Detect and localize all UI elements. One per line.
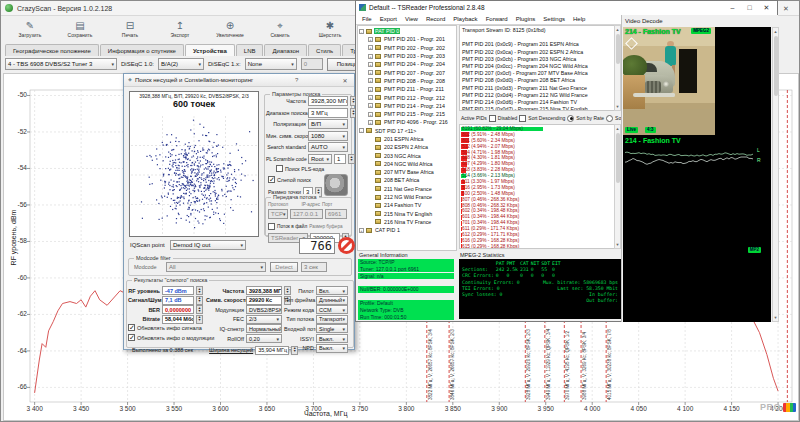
spinner[interactable]: ▲▼ bbox=[196, 315, 203, 324]
tree-item[interactable]: 207 MTV Base Africa bbox=[359, 168, 455, 176]
expand-icon[interactable]: + bbox=[368, 62, 373, 67]
tree-item[interactable]: +CAT PID 1 bbox=[359, 226, 455, 234]
expand-icon[interactable]: + bbox=[368, 70, 373, 75]
result-field[interactable]: DVBS2/8PSK bbox=[246, 305, 282, 314]
sort-by-rate-radio[interactable] bbox=[567, 115, 574, 122]
menu-plugins[interactable]: Plugins bbox=[516, 16, 536, 22]
tree-item[interactable]: 215 Nina TV English bbox=[359, 210, 455, 218]
close-icon[interactable]: ✕ bbox=[758, 1, 775, 14]
pl-select[interactable]: Root bbox=[308, 154, 332, 164]
zoom-button[interactable]: ⊕Увеличение bbox=[207, 17, 253, 42]
result-field[interactable]: Длинный bbox=[316, 296, 348, 305]
result-field[interactable]: 7,1 dB bbox=[162, 296, 194, 305]
program-list-line[interactable]: PMT PID 202 (0x0ca) - Program 202 ESPN 2… bbox=[462, 49, 618, 56]
tree-item[interactable]: 212 NG Wild France bbox=[359, 193, 455, 201]
tsreader-titlebar[interactable]: Default -- TSReader Professional 2.8.48 … bbox=[356, 1, 777, 14]
result-field[interactable]: Single bbox=[316, 324, 348, 333]
tree-item[interactable]: +PMT PID 214 - Progr. 214 bbox=[359, 102, 455, 110]
device-select[interactable]: 4 - TBS 6908 DVBS/S2 Tuner 3 bbox=[5, 58, 117, 70]
menu-forward[interactable]: Forward bbox=[486, 16, 508, 22]
close-icon[interactable]: ✕ bbox=[340, 77, 350, 84]
menu-file[interactable]: File bbox=[362, 16, 372, 22]
port-field[interactable]: 6961 bbox=[325, 209, 347, 219]
tree-item[interactable]: 211 Nat Geo France bbox=[359, 185, 455, 193]
blind-search-checkbox[interactable] bbox=[268, 176, 275, 183]
pid-row[interactable]: 615 (0.29% - 168.28 Kbps) bbox=[461, 244, 619, 249]
expand-icon[interactable]: + bbox=[368, 78, 373, 83]
program-list-line[interactable]: PMT PID 204 (0x0cc) - Program 204 NGC Wi… bbox=[462, 63, 618, 70]
detect-seconds[interactable]: 3 сек bbox=[301, 262, 327, 272]
menu-record[interactable]: Record bbox=[426, 16, 445, 22]
carrier-width-link[interactable]: Ширина несущей bbox=[209, 347, 253, 353]
tree-item[interactable]: +PMT PID 4096 - Progr. 216 bbox=[359, 118, 455, 126]
result-field[interactable]: Выкл. bbox=[316, 334, 348, 343]
tree-item[interactable]: 208 BET Africa bbox=[359, 176, 455, 184]
sort-by-pid-radio[interactable] bbox=[606, 115, 613, 122]
tree-item[interactable]: 204 NGC Wild Africa bbox=[359, 160, 455, 168]
ip-field[interactable]: 127.0.0.1 bbox=[290, 209, 323, 219]
result-field[interactable]: 0,20 bbox=[246, 334, 282, 343]
dialog-titlebar[interactable]: ⌖ Поиск несущей и Constellation-монитори… bbox=[124, 74, 354, 87]
detect-button[interactable]: Detect bbox=[270, 262, 298, 272]
video-pane-scrollbar[interactable]: ▲▼ bbox=[772, 27, 779, 322]
tree-item[interactable]: -SDT PID 17 <11> bbox=[359, 127, 455, 135]
menu-export[interactable]: Export bbox=[380, 16, 397, 22]
program-list-line[interactable]: PMT PID 203 (0x0cb) - Program 203 NGC Af… bbox=[462, 56, 618, 63]
tab-lnb[interactable]: LNB bbox=[236, 44, 264, 56]
tab-информация-о-спутнике[interactable]: Информация о спутнике bbox=[100, 44, 184, 56]
result-field[interactable]: 3928,388 МГц bbox=[246, 286, 282, 295]
expand-icon[interactable]: + bbox=[368, 37, 373, 42]
program-list-line[interactable]: PMT PID 215 (0x0d7) - Program 215 Nina T… bbox=[462, 106, 618, 111]
expand-icon[interactable]: + bbox=[368, 120, 373, 125]
program-list-line[interactable]: PMT PID 201 (0x0c9) - Program 201 ESPN A… bbox=[462, 41, 618, 48]
spinner[interactable]: ▲▼ bbox=[196, 286, 203, 295]
spinner[interactable]: ▲▼ bbox=[196, 305, 203, 314]
program-list-line[interactable]: PMT PID 214 (0x0d6) - Program 214 Fashio… bbox=[462, 99, 618, 106]
spinner[interactable]: ▲▼ bbox=[348, 154, 355, 164]
maximize-icon[interactable]: □ bbox=[741, 1, 758, 14]
tree-item[interactable]: +PMT PID 203 - Progr. 203 bbox=[359, 52, 455, 60]
diseqc10-select[interactable]: B/A(2) bbox=[158, 58, 204, 70]
tab-устройства[interactable]: Устройства bbox=[185, 44, 235, 56]
tree-item[interactable]: +PMT PID 212 - Progr. 212 bbox=[359, 93, 455, 101]
result-field[interactable]: 2/3 bbox=[246, 315, 282, 324]
video-stage[interactable]: 214 - Fashion TV MPEG2 Live 4:3 214 - Fa… bbox=[623, 27, 771, 322]
tree-item[interactable]: +PMT PID 204 - Progr. 204 bbox=[359, 60, 455, 68]
position-spinner[interactable]: 0 bbox=[301, 58, 323, 70]
modcode-select[interactable]: All bbox=[166, 262, 266, 272]
result-field[interactable]: 58,044 Мбс bbox=[162, 315, 194, 324]
close-icon[interactable]: ✕ bbox=[779, 3, 793, 14]
help-icon[interactable]: ? bbox=[292, 77, 302, 83]
program-list-line[interactable]: PMT PID 212 (0x0d4) - Program 212 NG Wil… bbox=[462, 92, 618, 99]
tab-стиль[interactable]: Стиль bbox=[308, 44, 341, 56]
result-field[interactable]: CCM bbox=[316, 305, 348, 314]
comb-button[interactable]: ✱Шерстить bbox=[307, 17, 353, 42]
tree-item[interactable]: -PAT PID 0 bbox=[359, 27, 455, 35]
menu-playback[interactable]: Playback bbox=[453, 16, 477, 22]
program-list-line[interactable]: PMT PID 211 (0x0d3) - Program 211 Nat Ge… bbox=[462, 85, 618, 92]
dish-search-button[interactable] bbox=[324, 174, 348, 196]
result-field[interactable]: 29920 Кс bbox=[246, 296, 282, 305]
program-list-line[interactable] bbox=[462, 34, 618, 41]
update-signal-checkbox[interactable] bbox=[128, 324, 135, 331]
expand-icon[interactable]: + bbox=[368, 103, 373, 108]
protocol-select[interactable]: TCP bbox=[268, 209, 288, 219]
tree-item[interactable]: +PMT PID 211 - Progr. 211 bbox=[359, 85, 455, 93]
print-button[interactable]: ⊟Печать bbox=[107, 17, 153, 42]
tree-item[interactable]: +PMT PID 208 - Progr. 208 bbox=[359, 77, 455, 85]
file-checkbox[interactable] bbox=[268, 223, 275, 230]
expand-icon[interactable]: + bbox=[368, 112, 373, 117]
expand-icon[interactable]: + bbox=[368, 87, 373, 92]
tree-item[interactable]: +PMT PID 215 - Progr. 215 bbox=[359, 110, 455, 118]
tab-географическое-положение[interactable]: Географическое положение bbox=[5, 44, 99, 56]
minimize-icon[interactable]: – bbox=[724, 1, 741, 14]
scan-button[interactable]: ⌖Сканить bbox=[257, 17, 303, 42]
param-field[interactable]: 3928,300 МГц bbox=[308, 96, 348, 106]
param-field[interactable]: 1080 bbox=[308, 131, 348, 141]
load-button[interactable]: ✎Загрузить bbox=[7, 17, 53, 42]
menu-help[interactable]: Help bbox=[573, 16, 585, 22]
tree-item[interactable]: 201 ESPN Africa bbox=[359, 135, 455, 143]
expand-icon[interactable]: + bbox=[359, 228, 364, 233]
diseqc1x-select[interactable]: None bbox=[245, 58, 297, 70]
save-button[interactable]: ▤Сохранить bbox=[57, 17, 103, 42]
